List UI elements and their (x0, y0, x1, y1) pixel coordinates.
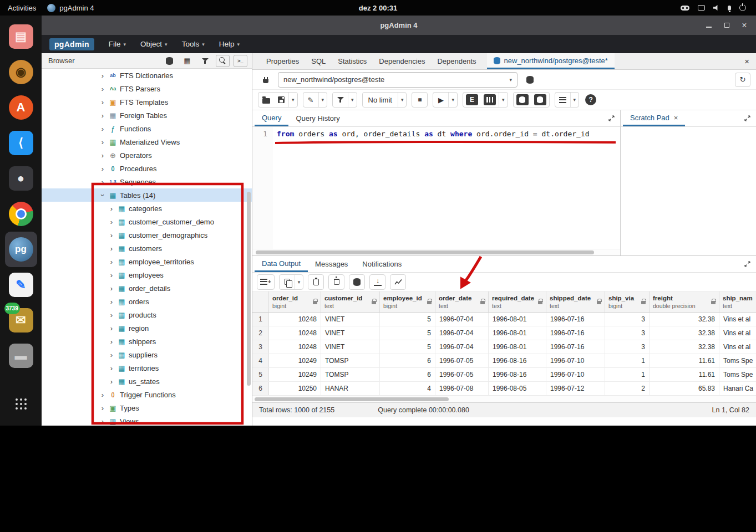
scrollbar-thumb[interactable] (256, 250, 594, 254)
tree-item-customer-demographics[interactable]: ›▦customer_demographics (42, 228, 252, 242)
filter-options-caret-button[interactable]: ▾ (348, 93, 357, 107)
cell-customer-id[interactable]: VINET (321, 340, 380, 354)
tree-item-foreign-tables[interactable]: ›▦Foreign Tables (42, 109, 252, 122)
volume-icon[interactable] (713, 5, 719, 11)
tree-item-customer-customer-demo[interactable]: ›▦customer_customer_demo (42, 215, 252, 228)
execute-options-caret-button[interactable]: ▾ (448, 93, 457, 107)
tab-data-output[interactable]: Data Output (255, 256, 308, 272)
dock-item-ubuntu-software-app[interactable]: A (5, 90, 37, 125)
expand-icon[interactable]: › (99, 71, 106, 80)
delete-row-button[interactable] (329, 275, 344, 289)
sql-code-line[interactable]: from orders as ord, order_details as dt … (277, 130, 590, 138)
menu-file[interactable]: File▾ (109, 40, 126, 48)
tree-item-trigger-functions[interactable]: ›()Trigger Functions (42, 388, 252, 401)
tab-notifications[interactable]: Notifications (355, 256, 409, 272)
expand-icon[interactable]: › (99, 391, 106, 399)
minimize-button[interactable] (703, 19, 715, 32)
expand-icon[interactable]: › (108, 364, 115, 372)
tree-item-products[interactable]: ›▦products (42, 308, 252, 321)
cell-freight[interactable]: 32.38 (650, 326, 719, 340)
app-grid-button[interactable] (5, 390, 37, 418)
cell-required-date[interactable]: 1996-08-01 (489, 340, 546, 354)
tree-item-region[interactable]: ›▦region (42, 321, 252, 335)
tree-item-territories[interactable]: ›▦territories (42, 361, 252, 375)
column-header-order-id[interactable]: order_idbigint (269, 291, 321, 312)
rollback-button[interactable] (531, 93, 549, 107)
dock-item-text-editor-app[interactable]: ▤ (5, 19, 37, 54)
open-file-button[interactable] (258, 93, 273, 107)
cell-ship-via[interactable]: 3 (605, 340, 650, 354)
cell-shipped-date[interactable]: 1996-07-16 (546, 313, 605, 326)
table-row[interactable]: 610250HANAR41996-07-081996-08-051996-07-… (252, 382, 756, 396)
expand-icon[interactable]: › (108, 351, 115, 359)
expand-output-button[interactable] (739, 256, 756, 272)
expand-icon[interactable]: › (99, 138, 106, 146)
menu-object[interactable]: Object▾ (140, 40, 168, 48)
help-button[interactable]: ? (585, 94, 596, 105)
tree-item-shippers[interactable]: ›▦shippers (42, 335, 252, 348)
cell-ship-via[interactable]: 3 (605, 326, 650, 340)
refresh-layout-button[interactable]: ↻ (735, 73, 750, 87)
tab-properties[interactable]: Properties (260, 53, 305, 69)
tab-sql[interactable]: SQL (305, 53, 332, 69)
cell-required-date[interactable]: 1996-08-01 (489, 326, 546, 340)
expand-icon[interactable]: › (108, 244, 115, 253)
tree-item-fts-parsers[interactable]: ›AaFTS Parsers (42, 82, 252, 95)
cell-order-id[interactable]: 10248 (269, 313, 321, 326)
tab-dependents[interactable]: Dependents (431, 53, 482, 69)
macros-button[interactable] (555, 93, 570, 107)
expand-editor-button[interactable] (603, 110, 620, 126)
tab-statistics[interactable]: Statistics (332, 53, 373, 69)
psql-tool-button[interactable]: >_ (234, 55, 247, 67)
cell-order-date[interactable]: 1996-07-05 (435, 354, 489, 367)
row-number-cell[interactable]: 5 (252, 368, 269, 381)
tree-item-employees[interactable]: ›▦employees (42, 268, 252, 282)
row-number-cell[interactable]: 3 (252, 340, 269, 354)
editor-hscrollbar[interactable] (252, 249, 620, 255)
expand-icon[interactable]: › (108, 311, 115, 319)
tree-item-operators[interactable]: ›⊕Operators (42, 149, 252, 162)
cell-order-id[interactable]: 10248 (269, 326, 321, 340)
dock-item-media-player-app[interactable]: ◉ (5, 54, 37, 90)
expand-scratch-pad-button[interactable] (739, 110, 756, 126)
column-header-customer-id[interactable]: customer_idtext (321, 291, 380, 312)
expand-icon[interactable]: › (99, 98, 106, 106)
connection-select[interactable]: new_northwind/postgres@teste ▾ (278, 72, 517, 88)
filtered-rows-button[interactable] (198, 55, 212, 67)
save-file-button[interactable] (273, 93, 288, 107)
view-data-button[interactable]: ▦ (180, 55, 194, 67)
row-number-cell[interactable]: 6 (252, 382, 269, 395)
expand-icon[interactable]: › (99, 111, 106, 120)
explain-analyze-button[interactable] (481, 93, 499, 107)
search-objects-button[interactable] (216, 55, 230, 67)
cell-ship-via[interactable]: 2 (605, 382, 650, 395)
tab-query-tool[interactable]: new_northwind/postgres@teste* (487, 53, 615, 69)
save-data-button[interactable] (349, 275, 364, 289)
tree-item-types[interactable]: ›▣Types (42, 401, 252, 415)
sql-editor[interactable]: 1 from orders as ord, order_details as d… (252, 127, 620, 249)
expand-icon[interactable]: › (99, 151, 106, 160)
query-tool-button[interactable] (163, 55, 176, 67)
cell-order-date[interactable]: 1996-07-08 (435, 382, 489, 395)
cell-ship-nam[interactable]: Toms Spe (719, 354, 756, 367)
execute-button[interactable]: ▶ (433, 93, 448, 107)
cell-order-id[interactable]: 10250 (269, 382, 321, 395)
cell-customer-id[interactable]: VINET (321, 326, 380, 340)
expand-icon[interactable]: › (99, 85, 106, 93)
tree-item-suppliers[interactable]: ›▦suppliers (42, 348, 252, 361)
cell-shipped-date[interactable]: 1996-07-10 (546, 368, 605, 381)
dock-item-chrome-app[interactable] (5, 196, 37, 232)
scrollbar-thumb[interactable] (255, 397, 449, 401)
expand-icon[interactable]: › (108, 231, 115, 239)
tree-item-order-details[interactable]: ›▦order_details (42, 282, 252, 295)
commit-button[interactable] (514, 93, 531, 107)
copy-button[interactable] (280, 275, 295, 289)
expand-icon[interactable]: › (108, 298, 115, 306)
close-button[interactable]: × (738, 19, 750, 32)
cell-ship-nam[interactable]: Hanari Ca (719, 382, 756, 395)
new-connection-button[interactable] (522, 73, 537, 87)
cell-ship-nam[interactable]: Vins et al (719, 340, 756, 354)
dock-item-notes-app[interactable]: ✎ (5, 267, 37, 303)
cell-customer-id[interactable]: VINET (321, 313, 380, 326)
edit-button[interactable]: ✎ (303, 93, 318, 107)
